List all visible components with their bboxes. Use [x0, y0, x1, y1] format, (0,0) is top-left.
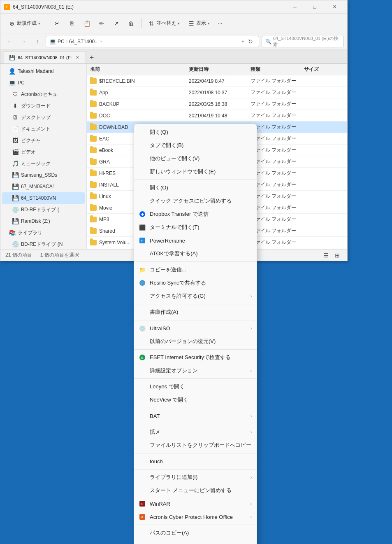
- ctx-item-22[interactable]: 詳細設定オプション ›: [134, 364, 257, 377]
- more-button[interactable]: ···: [215, 19, 225, 28]
- nav-item-bdre[interactable]: 💿 BD-REドライブ (: [2, 204, 85, 215]
- ctx-item-6[interactable]: クイック アクセスにピン留めする: [134, 194, 257, 208]
- title-bar-text: 64_ST14000VN008_01 (E:): [13, 4, 285, 10]
- acronis-nav-icon: 🛡: [12, 91, 19, 98]
- file-row-0[interactable]: $RECYCLE.BIN 2022/04/19 8:47 ファイル フォルダー: [87, 75, 347, 87]
- address-input[interactable]: 💻 PC › 64_ST1400... › ▾ ↻: [46, 36, 259, 47]
- paste-button[interactable]: 📋: [80, 19, 93, 28]
- ctx-item-27[interactable]: BAT ›: [134, 409, 257, 423]
- ctx-icon-6: [139, 198, 146, 204]
- copy-button[interactable]: ⎘: [65, 19, 79, 28]
- file-name-12: MP3: [99, 217, 109, 222]
- maximize-button[interactable]: □: [305, 0, 324, 14]
- nav-item-64st[interactable]: 💾 64_ST14000VN: [2, 192, 85, 204]
- nav-item-video[interactable]: 🎬 ビデオ: [2, 146, 85, 158]
- tab-0[interactable]: 💾 64_ST14000VN008_01 (E:) ✕: [4, 51, 86, 63]
- ctx-item-37[interactable]: A Acronis Cyber Protect Home Office ›: [134, 510, 257, 523]
- ctx-item-14[interactable]: アクセスを許可する(G) ›: [134, 290, 257, 303]
- folder-icon-1: [90, 90, 97, 96]
- nav-item-67mn[interactable]: 💾 67_MN06ACA1: [2, 181, 85, 192]
- file-type-12: ファイル フォルダー: [251, 216, 304, 223]
- ctx-arrow-14: ›: [251, 294, 252, 299]
- back-button[interactable]: ←: [4, 36, 15, 47]
- ctx-label-34: ライブラリに追加(I): [150, 474, 246, 481]
- view-button[interactable]: ☰ 表示 ▾: [185, 18, 213, 28]
- col-header-name[interactable]: 名前: [90, 66, 189, 73]
- ctx-item-30[interactable]: ファイルリストをクリップボードへコピー: [134, 439, 257, 452]
- col-header-size[interactable]: サイズ: [304, 66, 337, 73]
- ctx-icon-35: [139, 487, 146, 494]
- file-row-1[interactable]: App 2022/01/08 10:37 ファイル フォルダー: [87, 87, 347, 98]
- file-name-3: DOC: [99, 113, 110, 119]
- close-button[interactable]: ✕: [325, 0, 344, 14]
- share-button[interactable]: ↗: [110, 19, 123, 28]
- ctx-item-2[interactable]: 他のビューで開く(V): [134, 152, 257, 165]
- nav-item-download[interactable]: ⬇ ダウンロード: [2, 100, 85, 112]
- ctx-item-3[interactable]: 新しいウィンドウで開く(E): [134, 165, 257, 178]
- ctx-item-1[interactable]: タブで開く(B): [134, 139, 257, 152]
- ctx-item-29[interactable]: 拡メ ›: [134, 425, 257, 439]
- ctx-arrow-18: ›: [251, 326, 252, 331]
- ctx-item-7[interactable]: ◆ Dropbox Transfer で送信: [134, 208, 257, 221]
- ctx-item-24[interactable]: Leeyes で開く: [134, 380, 257, 393]
- ctx-item-18[interactable]: 💿 UltraISO ›: [134, 322, 257, 335]
- search-box[interactable]: 🔍 64_ST14000VN008_01 (E:)の検索: [262, 36, 344, 47]
- file-row-2[interactable]: BACKUP 2022/03/25 16:38 ファイル フォルダー: [87, 98, 347, 110]
- ctx-item-12[interactable]: 📁 コピーを送信...: [134, 263, 257, 276]
- ctx-item-10[interactable]: ATOKで学習する(A): [134, 247, 257, 260]
- ctx-label-2: 他のビューで開く(V): [150, 155, 252, 162]
- rename-button[interactable]: ✏: [95, 19, 108, 28]
- grid-view-button[interactable]: ⊞: [332, 250, 342, 260]
- ctx-label-8: ターミナルで開く(T): [150, 224, 252, 231]
- ctx-item-5[interactable]: 開く(O): [134, 181, 257, 194]
- file-type-3: ファイル フォルダー: [251, 112, 304, 119]
- ctx-label-16: 書庫作成(A): [150, 308, 252, 316]
- ctx-item-13[interactable]: ↔ Resilio Syncで共有する: [134, 276, 257, 290]
- ctx-item-35[interactable]: スタート メニューにピン留めする: [134, 484, 257, 497]
- nav-item-samsung[interactable]: 💾 Samsung_SSDs: [2, 169, 85, 181]
- ctx-item-8[interactable]: ⬛ ターミナルで開く(T): [134, 221, 257, 234]
- ctx-item-16[interactable]: 書庫作成(A): [134, 306, 257, 319]
- minimize-button[interactable]: ─: [285, 0, 304, 14]
- nav-item-music[interactable]: 🎵 ミュージック: [2, 158, 85, 169]
- ctx-item-36[interactable]: R WinRAR ›: [134, 497, 257, 510]
- ctx-item-19[interactable]: 以前のバージョンの復元(V): [134, 335, 257, 348]
- file-row-3[interactable]: DOC 2021/04/19 10:48 ファイル フォルダー: [87, 110, 347, 121]
- ctx-item-39[interactable]: パスのコピー(A): [134, 526, 257, 539]
- refresh-button[interactable]: ↻: [246, 37, 255, 47]
- list-view-button[interactable]: ☰: [321, 250, 331, 260]
- file-type-9: ファイル フォルダー: [251, 181, 304, 188]
- nav-item-bdren[interactable]: 💿 BD-REドライブ (N: [2, 238, 85, 249]
- col-header-date[interactable]: 更新日時: [189, 66, 251, 73]
- sort-button[interactable]: ⇅ 並べ替え ▾: [145, 18, 183, 28]
- nav-item-desktop[interactable]: 🖥 デスクトップ: [2, 112, 85, 123]
- ctx-item-41[interactable]: ○ イメージを作成する...: [134, 542, 257, 544]
- nav-item-pc[interactable]: 💻 PC: [2, 77, 85, 89]
- ctx-item-9[interactable]: P PowerRename: [134, 234, 257, 247]
- ctx-item-34[interactable]: ライブラリに追加(I) ›: [134, 471, 257, 484]
- tab-add-button[interactable]: +: [86, 52, 97, 63]
- ctx-label-21: ESET Internet Securityで検査する: [150, 354, 252, 361]
- file-name-11: Movie: [99, 205, 112, 211]
- ctx-item-32[interactable]: touch: [134, 455, 257, 468]
- forward-button[interactable]: →: [18, 36, 29, 47]
- ctx-label-29: 拡メ: [150, 428, 246, 436]
- delete-button[interactable]: 🗑: [125, 19, 138, 28]
- tab-close-0[interactable]: ✕: [74, 54, 81, 61]
- nav-item-pictures[interactable]: 🖼 ピクチャ: [2, 135, 85, 146]
- ctx-item-0[interactable]: 開く(Q): [134, 126, 257, 139]
- nav-item-documents[interactable]: 📄 ドキュメント: [2, 123, 85, 135]
- title-bar-controls: ─ □ ✕: [285, 0, 344, 14]
- new-button[interactable]: ⊕ 新規作成 ▾: [5, 18, 44, 28]
- up-button[interactable]: ↑: [32, 36, 43, 47]
- nav-item-user[interactable]: 👤 Takashi Madarai: [2, 65, 85, 77]
- col-header-type[interactable]: 種類: [251, 66, 304, 73]
- nav-item-library[interactable]: 📚 ライブラリ: [2, 227, 85, 238]
- file-name-13: Shared: [99, 228, 115, 234]
- path-icon: 💻: [49, 38, 56, 44]
- cut-button[interactable]: ✂: [51, 19, 64, 28]
- ctx-item-21[interactable]: E ESET Internet Securityで検査する: [134, 351, 257, 364]
- nav-item-ramdisk[interactable]: 💾 RamDisk (Z:): [2, 215, 85, 227]
- ctx-item-25[interactable]: NeeView で開く: [134, 393, 257, 406]
- nav-item-acronis[interactable]: 🛡 Acronisのセキュ: [2, 89, 85, 100]
